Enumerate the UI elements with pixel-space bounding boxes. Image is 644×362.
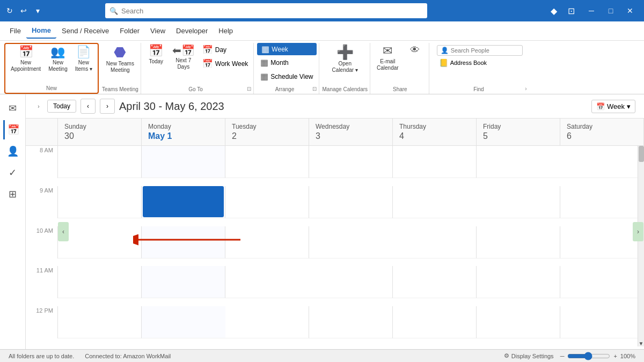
cell-11am-thu[interactable] — [393, 266, 477, 298]
sidebar-item-mail[interactable]: ✉ — [3, 99, 23, 118]
menu-home[interactable]: Home — [26, 23, 56, 39]
ribbon-goto-items: 📅 Today ⬅📅 Next 7Days 📅 Day 📅 Work Week — [144, 43, 252, 85]
sidebar-expand-arrow[interactable]: › — [34, 99, 43, 114]
scroll-left-button[interactable]: ‹ — [58, 222, 69, 241]
address-book-button[interactable]: 📒 Address Book — [437, 57, 523, 68]
find-expand-icon[interactable]: › — [525, 86, 526, 93]
cell-8am-sat[interactable] — [560, 146, 644, 178]
scrollbar-thumb[interactable] — [639, 146, 644, 162]
cell-8am-mon[interactable] — [142, 146, 225, 178]
email-calendar-button[interactable]: ✉ E-mailCalendar — [374, 43, 402, 73]
cell-9am-thu[interactable] — [393, 186, 477, 218]
menu-folder[interactable]: Folder — [114, 24, 145, 38]
sidebar-item-calendar[interactable]: 📅 — [3, 120, 23, 139]
cell-9am-mon[interactable] — [142, 186, 225, 218]
view-selector[interactable]: 📅 Week ▾ — [591, 100, 635, 113]
refresh-button[interactable]: ↻ — [4, 5, 15, 16]
zoom-in-icon[interactable]: + — [613, 353, 617, 359]
display-settings-button[interactable]: ⚙ Display Settings — [504, 352, 554, 359]
schedule-view-button[interactable]: ▦ Schedule View — [257, 70, 316, 83]
cell-8am-tue[interactable] — [225, 146, 309, 178]
search-input[interactable] — [121, 7, 423, 15]
menu-send-receive[interactable]: Send / Receive — [56, 24, 114, 38]
scroll-down-btn[interactable]: ▼ — [638, 341, 644, 346]
cell-10am-mon[interactable] — [142, 226, 225, 258]
today-button[interactable]: Today — [47, 100, 76, 113]
day-header-monday: Monday May 1 — [142, 119, 225, 145]
cell-12pm-wed[interactable] — [309, 306, 393, 338]
cell-11am-sun[interactable] — [58, 266, 142, 298]
open-calendar-button[interactable]: ➕ OpenCalendar ▾ — [329, 43, 361, 76]
cell-11am-wed[interactable] — [309, 266, 393, 298]
day-button[interactable]: 📅 Day — [199, 43, 252, 56]
week-button[interactable]: ▦ Week — [257, 43, 316, 55]
cell-10am-wed[interactable] — [309, 226, 393, 258]
event-block[interactable] — [143, 186, 224, 217]
cell-9am-wed[interactable] — [309, 186, 393, 218]
new-appointment-button[interactable]: 📅 NewAppointment — [8, 44, 44, 75]
cell-11am-tue[interactable] — [225, 266, 309, 298]
cell-8am-sun[interactable] — [58, 146, 142, 178]
cell-12pm-mon[interactable] — [142, 306, 225, 338]
cell-12pm-tue[interactable] — [225, 306, 309, 338]
zoom-out-icon[interactable]: ─ — [560, 353, 565, 359]
undo-button[interactable]: ↩ — [18, 5, 29, 16]
cell-10am-sat[interactable]: › — [560, 226, 644, 258]
search-people-input[interactable] — [451, 47, 515, 54]
diamond-icon[interactable]: ◆ — [547, 4, 560, 17]
teams-icon: ⬣ — [114, 45, 126, 59]
ribbon-goto-label: Go To — [144, 85, 247, 94]
cell-10am-sun[interactable]: ‹ — [58, 226, 142, 258]
cell-12pm-thu[interactable] — [393, 306, 477, 338]
maximize-button[interactable]: □ — [601, 0, 620, 21]
today-button[interactable]: 📅 Today — [144, 43, 168, 67]
cell-12pm-sun[interactable] — [58, 306, 142, 338]
find-search-box[interactable]: 👤 — [437, 45, 523, 56]
scroll-right-button[interactable]: › — [633, 222, 643, 241]
prev-button[interactable]: ‹ — [80, 99, 96, 114]
sidebar-item-tasks[interactable]: ✓ — [3, 163, 23, 182]
cell-9am-sat[interactable] — [560, 186, 644, 218]
zoom-slider[interactable] — [567, 352, 610, 360]
cell-9am-sun[interactable] — [58, 186, 142, 218]
goto-expand-icon[interactable]: ⊡ — [247, 86, 251, 93]
cell-11am-mon[interactable] — [142, 266, 225, 298]
cell-11am-sat[interactable] — [560, 266, 644, 298]
sidebar-item-people[interactable]: 👤 — [3, 142, 23, 161]
new-meeting-button[interactable]: 👥 NewMeeting — [45, 44, 71, 75]
month-button[interactable]: ▦ Month — [257, 56, 316, 69]
ribbon-find-label: Find — [433, 85, 525, 94]
menu-help[interactable]: Help — [213, 24, 238, 38]
work-week-button[interactable]: 📅 Work Week — [199, 57, 252, 70]
cell-12pm-fri[interactable] — [477, 306, 560, 338]
sidebar-item-apps[interactable]: ⊞ — [3, 184, 23, 204]
title-search-box[interactable]: 🔍 — [105, 3, 427, 18]
new-teams-meeting-button[interactable]: ⬣ New TeamsMeeting — [103, 43, 137, 76]
window-icon[interactable]: ⊡ — [565, 4, 577, 17]
menu-view[interactable]: View — [145, 24, 171, 38]
ribbon-group-teams: ⬣ New TeamsMeeting Teams Meeting — [100, 43, 141, 94]
cell-8am-thu[interactable] — [393, 146, 477, 178]
cell-12pm-sat[interactable] — [560, 306, 644, 338]
new-items-button[interactable]: 📄 NewItems ▾ — [72, 44, 96, 75]
cell-10am-thu[interactable] — [393, 226, 477, 258]
next7days-button[interactable]: ⬅📅 Next 7Days — [169, 43, 198, 72]
close-button[interactable]: ✕ — [620, 0, 640, 21]
menu-developer[interactable]: Developer — [171, 24, 213, 38]
cell-8am-fri[interactable] — [477, 146, 560, 178]
arrange-expand-icon[interactable]: ⊡ — [312, 86, 317, 93]
cell-9am-tue[interactable] — [225, 186, 309, 218]
cell-10am-tue[interactable] — [225, 226, 309, 258]
menu-file[interactable]: File — [4, 24, 26, 38]
share-icon-button[interactable]: 👁 — [403, 43, 427, 57]
scrollbar[interactable]: ▼ — [638, 146, 644, 346]
minimize-button[interactable]: ─ — [582, 0, 601, 21]
more-button[interactable]: ▾ — [32, 5, 43, 16]
ribbon-share-label: Share — [374, 85, 427, 94]
new-appointment-icon: 📅 — [19, 46, 33, 58]
cell-9am-fri[interactable] — [477, 186, 560, 218]
cell-8am-wed[interactable] — [309, 146, 393, 178]
next-button[interactable]: › — [100, 99, 115, 114]
cell-11am-fri[interactable] — [477, 266, 560, 298]
cell-10am-fri[interactable] — [477, 226, 560, 258]
